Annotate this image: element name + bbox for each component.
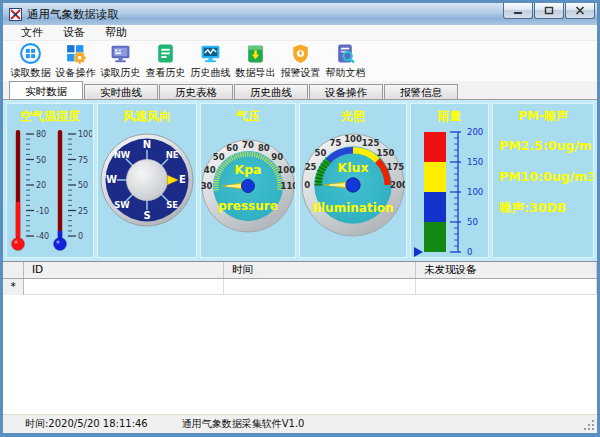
svg-text:Klux: Klux bbox=[338, 160, 369, 175]
grid-cell[interactable] bbox=[24, 279, 224, 295]
svg-text:175: 175 bbox=[387, 162, 405, 172]
menu-file[interactable]: 文件 bbox=[11, 25, 53, 40]
close-button[interactable] bbox=[565, 3, 595, 19]
toolbar-help-doc[interactable]: 帮助文档 bbox=[323, 41, 368, 80]
maximize-button[interactable] bbox=[534, 3, 564, 19]
svg-text:100: 100 bbox=[344, 134, 362, 144]
toolbar-read-data[interactable]: 读取数据 bbox=[8, 41, 53, 80]
tab-device-operate[interactable]: 设备操作 bbox=[309, 84, 383, 99]
grid-new-row[interactable]: * bbox=[3, 279, 597, 295]
svg-text:150: 150 bbox=[467, 157, 483, 167]
tab-history-table[interactable]: 历史表格 bbox=[159, 84, 233, 99]
temperature-thermometer: 805020-10-40 bbox=[8, 122, 50, 254]
resize-grip-icon[interactable] bbox=[584, 420, 596, 432]
tab-realtime-curve[interactable]: 实时曲线 bbox=[84, 84, 158, 99]
dashboard: 空气温湿度 805020-10-40 1007550250 风速风向 NNEES… bbox=[3, 99, 597, 261]
monitor-icon bbox=[109, 42, 132, 65]
rain-bar: 200150100500 bbox=[412, 124, 488, 258]
grid-header-device[interactable]: 未发现设备 bbox=[416, 262, 597, 278]
panel-rain: 雨量 200150100500 bbox=[410, 103, 489, 258]
grid-header-time[interactable]: 时间 bbox=[224, 262, 416, 278]
svg-text:25: 25 bbox=[78, 207, 88, 216]
panel-illumination: 光照 0255075100125150175200KluxIlluminatio… bbox=[299, 103, 407, 258]
toolbar-label: 历史曲线 bbox=[191, 66, 231, 80]
grid-header-row: ID 时间 未发现设备 bbox=[3, 262, 597, 279]
svg-text:200: 200 bbox=[467, 127, 483, 137]
svg-text:50: 50 bbox=[315, 148, 327, 158]
panel-title: 光照 bbox=[300, 104, 406, 122]
svg-text:0: 0 bbox=[78, 232, 83, 241]
toolbar-history-curve[interactable]: 历史曲线 bbox=[188, 41, 233, 80]
toolbar-label: 读取历史 bbox=[101, 66, 141, 80]
svg-text:150: 150 bbox=[377, 148, 395, 158]
noise-value: 噪声:30DB bbox=[493, 200, 593, 217]
svg-text:50: 50 bbox=[36, 156, 46, 165]
toolbar-device-operate[interactable]: 设备操作 bbox=[53, 41, 98, 80]
statusbar: 时间:2020/5/20 18:11:46 通用气象数据采集软件V1.0 bbox=[3, 414, 597, 433]
svg-text:30: 30 bbox=[201, 181, 213, 191]
toolbar-alarm-settings[interactable]: 报警设置 bbox=[278, 41, 323, 80]
svg-text:20: 20 bbox=[36, 181, 46, 190]
window-title: 通用气象数据读取 bbox=[27, 7, 502, 22]
toolbar-view-history[interactable]: 查看历史 bbox=[143, 41, 188, 80]
minimize-button[interactable] bbox=[503, 3, 533, 19]
menubar: 文件 设备 帮助 bbox=[3, 25, 597, 41]
illumination-gauge: 0255075100125150175200KluxIllumination bbox=[301, 124, 405, 244]
app-window: 通用气象数据读取 文件 设备 帮助 读取数据 bbox=[0, 0, 600, 437]
export-box-icon bbox=[244, 42, 267, 65]
pm25-value: PM2.5:0ug/m3 bbox=[493, 138, 593, 153]
globe-grid-icon bbox=[19, 42, 42, 65]
toolbar-label: 报警设置 bbox=[281, 66, 321, 80]
panel-pressure: 气压 30405060708090100110Kpapressure bbox=[200, 103, 296, 258]
grid-row-marker[interactable]: * bbox=[3, 279, 24, 295]
grid-cell[interactable] bbox=[416, 279, 597, 295]
panel-temp-humidity: 空气温湿度 805020-10-40 1007550250 bbox=[6, 103, 94, 258]
panel-pm-noise: PM-噪声 PM2.5:0ug/m3 PM10:0ug/m3 噪声:30DB bbox=[492, 103, 594, 258]
tab-history-curve[interactable]: 历史曲线 bbox=[234, 84, 308, 99]
svg-text:70: 70 bbox=[242, 140, 254, 150]
svg-text:0: 0 bbox=[304, 180, 310, 190]
toolbar-data-export[interactable]: 数据导出 bbox=[233, 41, 278, 80]
svg-text:-10: -10 bbox=[36, 207, 49, 216]
data-grid: ID 时间 未发现设备 * bbox=[3, 261, 597, 414]
document-lines-icon bbox=[154, 42, 177, 65]
grid-header-selector[interactable] bbox=[3, 262, 24, 278]
svg-text:50: 50 bbox=[78, 181, 88, 190]
panel-title: 空气温湿度 bbox=[7, 104, 93, 122]
grid-header-id[interactable]: ID bbox=[24, 262, 224, 278]
svg-text:-40: -40 bbox=[36, 232, 49, 241]
svg-text:90: 90 bbox=[271, 152, 283, 162]
svg-text:50: 50 bbox=[213, 152, 225, 162]
toolbar-label: 帮助文档 bbox=[326, 66, 366, 80]
svg-text:125: 125 bbox=[362, 138, 380, 148]
grid-cell[interactable] bbox=[224, 279, 416, 295]
document-search-icon bbox=[334, 42, 357, 65]
svg-text:110: 110 bbox=[281, 181, 295, 191]
status-app-name: 通用气象数据采集软件V1.0 bbox=[182, 417, 305, 431]
svg-text:80: 80 bbox=[36, 130, 46, 139]
toolbar-label: 读取数据 bbox=[11, 66, 51, 80]
svg-text:100: 100 bbox=[277, 165, 295, 175]
panel-title: 雨量 bbox=[411, 104, 488, 122]
svg-text:S: S bbox=[143, 210, 150, 221]
menu-help[interactable]: 帮助 bbox=[95, 25, 137, 40]
wind-compass: NNEESESSWWNW bbox=[98, 128, 196, 232]
status-time: 时间:2020/5/20 18:11:46 bbox=[25, 417, 148, 431]
shield-flame-icon bbox=[289, 42, 312, 65]
toolbar-read-history[interactable]: 读取历史 bbox=[98, 41, 143, 80]
titlebar[interactable]: 通用气象数据读取 bbox=[3, 3, 597, 25]
svg-text:200: 200 bbox=[390, 180, 405, 190]
svg-text:Illumination: Illumination bbox=[312, 201, 393, 215]
svg-text:Kpa: Kpa bbox=[234, 162, 261, 177]
minimize-icon bbox=[513, 6, 523, 15]
menu-device[interactable]: 设备 bbox=[53, 25, 95, 40]
monitor-wave-icon bbox=[199, 42, 222, 65]
svg-text:SW: SW bbox=[114, 200, 130, 210]
tab-alarm-info[interactable]: 报警信息 bbox=[384, 84, 458, 99]
svg-text:75: 75 bbox=[78, 156, 88, 165]
svg-text:100: 100 bbox=[78, 130, 92, 139]
svg-text:NW: NW bbox=[114, 150, 131, 160]
tabstrip: 实时数据 实时曲线 历史表格 历史曲线 设备操作 报警信息 bbox=[3, 81, 597, 99]
svg-text:SE: SE bbox=[166, 200, 178, 210]
tab-realtime-data[interactable]: 实时数据 bbox=[9, 81, 83, 99]
